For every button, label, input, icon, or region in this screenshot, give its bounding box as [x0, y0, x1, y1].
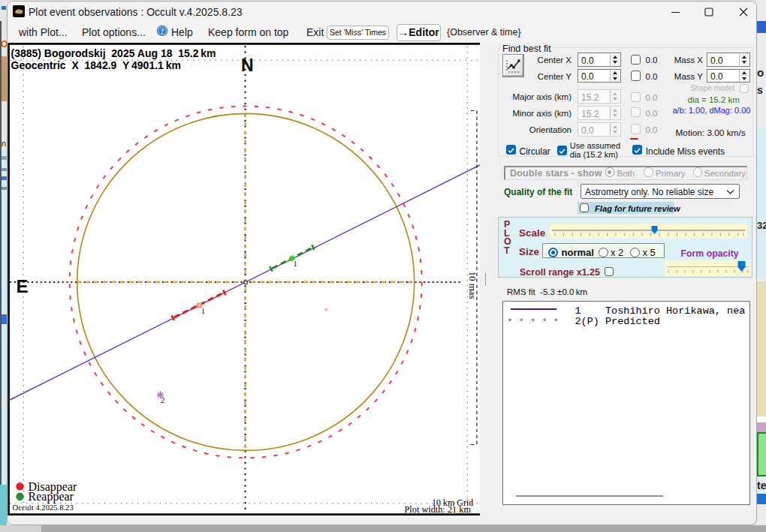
svg-text:10 mas: 10 mas	[467, 271, 478, 299]
svg-text:Plot width: 21 km: Plot width: 21 km	[405, 504, 472, 515]
svg-text:(3885) Bogorodskij 2025 Aug 1: (3885) Bogorodskij 2025 Aug 18 15.2 km	[11, 47, 216, 59]
svg-text:?: ?	[161, 27, 164, 35]
svg-text:Reappear: Reappear	[29, 490, 74, 503]
svg-text:1: 1	[294, 260, 297, 268]
svg-text:E: E	[17, 276, 29, 296]
svg-text:1: 1	[201, 307, 205, 315]
svg-text:2: 2	[161, 396, 164, 404]
svg-text:Geocentric X 1842.9 Y 4901.: Geocentric X 1842.9 Y 4901.1 km	[11, 59, 181, 71]
svg-text:N: N	[241, 56, 254, 75]
svg-text:Occult 4.2025.8.23: Occult 4.2025.8.23	[13, 503, 74, 512]
